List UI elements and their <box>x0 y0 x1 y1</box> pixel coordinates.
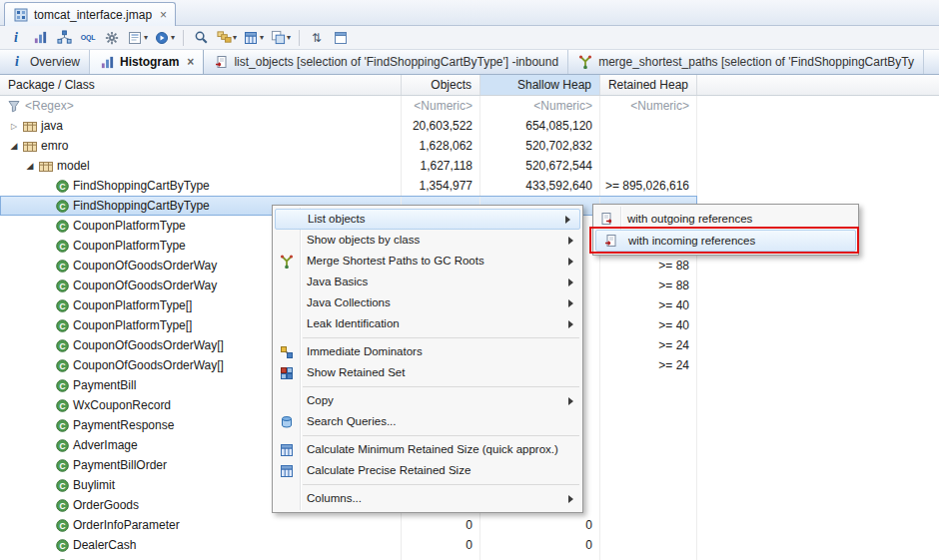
retained-cell <box>600 415 697 435</box>
dropdown-caret-icon[interactable]: ▾ <box>260 33 264 42</box>
expanded-expander-icon[interactable]: ◢ <box>6 141 22 151</box>
menu-separator <box>303 435 579 436</box>
view-tab-histogram[interactable]: Histogram× <box>90 50 204 74</box>
close-icon[interactable]: × <box>187 56 194 68</box>
menu-item-columns[interactable]: Columns... <box>273 488 582 509</box>
dominator-tree-button[interactable] <box>53 28 75 48</box>
dominator-tree-icon <box>56 30 72 46</box>
retained-cell <box>600 375 697 395</box>
shallow-cell: 520,702,832 <box>480 136 600 156</box>
thread-overview-icon <box>104 30 120 46</box>
expanded-expander-icon[interactable]: ◢ <box>22 161 38 171</box>
package-class-cell: C <box>0 555 402 560</box>
row-label: CouponOfGoodsOrderWay[] <box>73 338 224 352</box>
editor-tab-heap-dump[interactable]: tomcat_interface.jmap × <box>4 2 176 26</box>
sync-icon: ⇅ <box>309 30 325 46</box>
table-header-filler <box>697 75 939 95</box>
class-icon: C <box>54 238 70 254</box>
group-by-button[interactable]: ▾ <box>214 28 239 48</box>
close-icon[interactable]: × <box>160 9 167 21</box>
menu-item-copy[interactable]: Copy <box>273 390 582 411</box>
row-label: emro <box>41 139 68 153</box>
window-icon <box>333 30 349 46</box>
row-label: PaymentResponse <box>73 418 174 432</box>
menu-item-with-incoming-references[interactable]: with incoming references <box>595 230 856 252</box>
package-class-cell: <Regex> <box>0 96 402 116</box>
class-icon: C <box>54 258 70 274</box>
menu-item-label: Immediate Dominators <box>307 345 423 357</box>
svg-text:C: C <box>59 320 65 330</box>
row-label: OrderInfoParameter <box>73 518 180 532</box>
table-header: Package / ClassObjectsShallow HeapRetain… <box>0 75 939 96</box>
sync-button[interactable]: ⇅ <box>306 28 328 48</box>
row-label: java <box>41 119 63 133</box>
row-label: CouponOfGoodsOrderWay <box>73 259 217 273</box>
menu-item-with-outgoing-references[interactable]: with outgoing references <box>593 208 858 230</box>
menu-item-calculate-minimum-retained-size-quick-appr[interactable]: Calculate Minimum Retained Size (quick a… <box>273 439 582 460</box>
row-label: <Regex> <box>25 99 74 113</box>
table-row-row[interactable]: C <box>0 555 697 560</box>
menu-item-list-objects[interactable]: List objects <box>275 209 580 230</box>
dropdown-caret-icon[interactable]: ▾ <box>287 33 291 42</box>
column-header-shallow-heap[interactable]: Shallow Heap <box>480 75 600 95</box>
menu-item-search-queries[interactable]: Search Queries... <box>273 411 582 432</box>
oql-icon: OQL <box>80 30 96 46</box>
row-label: FindShoppingCartByType <box>73 199 210 213</box>
menu-item-leak-identification[interactable]: Leak Identification <box>273 313 582 334</box>
column-header-retained-heap[interactable]: Retained Heap <box>600 75 697 95</box>
menu-item-java-collections[interactable]: Java Collections <box>273 292 582 313</box>
retained-cell <box>600 515 697 535</box>
dropdown-caret-icon[interactable]: ▾ <box>144 33 148 42</box>
overview-button[interactable]: i <box>5 28 27 48</box>
new-window-button[interactable] <box>330 28 352 48</box>
column-header-package-class[interactable]: Package / Class <box>0 75 402 95</box>
row-label: CouponPlatformType[] <box>73 298 192 312</box>
view-tab-list-objects-selection-of-findshoppingcart[interactable]: list_objects [selection of 'FindShopping… <box>204 50 568 74</box>
collapsed-expander-icon[interactable]: ▷ <box>6 122 22 131</box>
row-label: CouponPlatformType <box>73 239 186 253</box>
filter-row[interactable]: <Regex><Numeric><Numeric><Numeric> <box>0 96 697 116</box>
oql-button[interactable]: OQL <box>77 28 99 48</box>
column-header-objects[interactable]: Objects <box>402 75 480 95</box>
thread-overview-button[interactable] <box>101 28 123 48</box>
table-row-emro[interactable]: ◢emro1,628,062520,702,832 <box>0 136 697 156</box>
view-tab-label: list_objects [selection of 'FindShopping… <box>234 55 558 69</box>
menu-item-immediate-dominators[interactable]: Immediate Dominators <box>273 341 582 362</box>
compare-button[interactable]: ▾ <box>268 28 293 48</box>
calculate-retained-sizes-button[interactable]: ▾ <box>241 28 266 48</box>
package-class-cell: ◢emro <box>0 136 402 156</box>
dropdown-caret-icon[interactable]: ▾ <box>233 33 237 42</box>
package-icon <box>38 158 54 174</box>
shallow-cell: 520,672,544 <box>480 156 600 176</box>
histogram-button[interactable] <box>29 28 51 48</box>
table-row-model[interactable]: ◢model1,627,118520,672,544 <box>0 156 697 176</box>
merge-paths-icon <box>279 254 295 270</box>
view-tab-overview[interactable]: iOverview <box>0 50 90 74</box>
menu-item-show-objects-by-class[interactable]: Show objects by class <box>273 230 582 251</box>
row-label: Buylimit <box>73 478 115 492</box>
class-icon: C <box>54 397 70 413</box>
table-row-java[interactable]: ▷java20,603,522654,085,120 <box>0 116 697 136</box>
menu-item-calculate-precise-retained-size[interactable]: Calculate Precise Retained Size <box>273 460 582 481</box>
column-header-label: Retained Heap <box>608 78 688 92</box>
dropdown-caret-icon[interactable]: ▾ <box>171 33 175 42</box>
package-class-cell: CDealerCash <box>0 535 402 555</box>
menu-item-merge-shortest-paths-to-gc-roots[interactable]: Merge Shortest Paths to GC Roots <box>273 251 582 272</box>
menu-item-label: Copy <box>307 394 334 406</box>
table-row-dealercash[interactable]: CDealerCash00 <box>0 535 697 555</box>
table-row-orderinfoparameter[interactable]: COrderInfoParameter00 <box>0 515 697 535</box>
search-button[interactable] <box>190 28 212 48</box>
svg-text:C: C <box>59 520 65 530</box>
view-tab-merge-shortest-paths-selection-of-findshop[interactable]: merge_shortest_paths [selection of 'Find… <box>568 50 924 74</box>
view-tab-label: Overview <box>30 55 80 69</box>
svg-text:C: C <box>59 261 65 271</box>
column-header-label: Package / Class <box>8 78 95 92</box>
run-report-button[interactable]: ▾ <box>152 28 177 48</box>
table-row-findshoppingcartbytype[interactable]: CFindShoppingCartByType1,354,977433,592,… <box>0 176 697 196</box>
editor-tab-title: tomcat_interface.jmap <box>34 8 152 22</box>
svg-text:C: C <box>59 500 65 510</box>
open-query-browser-button[interactable]: ▾ <box>125 28 150 48</box>
menu-item-show-retained-set[interactable]: Show Retained Set <box>273 362 582 383</box>
menu-item-java-basics[interactable]: Java Basics <box>273 272 582 292</box>
svg-text:C: C <box>59 420 65 430</box>
